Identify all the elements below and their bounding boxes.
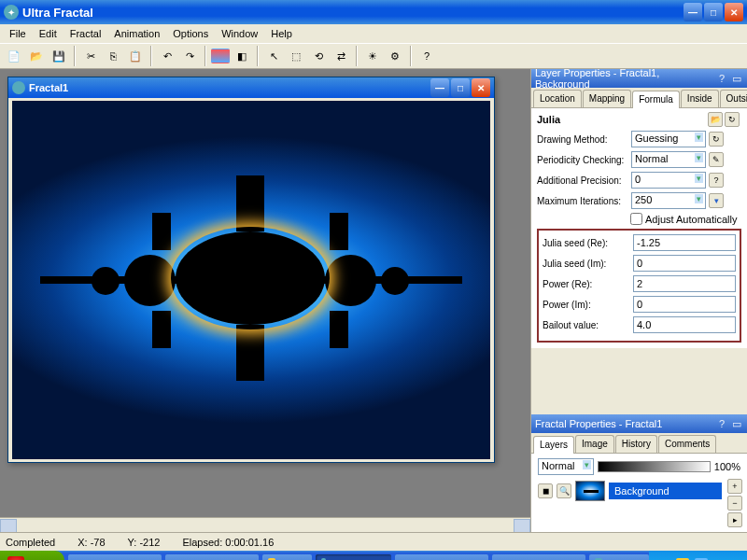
power-re-input[interactable] — [633, 275, 736, 292]
status-x: X: -78 — [78, 537, 105, 548]
cut-button[interactable]: ✂ — [80, 46, 101, 66]
new-button[interactable]: 📄 — [4, 46, 24, 66]
menu-help[interactable]: Help — [265, 26, 298, 41]
taskbar-item[interactable]: Визуальные за... — [68, 554, 162, 560]
menu-options[interactable]: Options — [167, 26, 214, 41]
formula-params-group: Julia seed (Re): Julia seed (Im): Power … — [537, 229, 741, 343]
taskbar-item[interactable]: Документ1 - Mi... — [492, 554, 585, 560]
precision-help-icon[interactable]: ? — [709, 173, 724, 188]
blend-mode-select[interactable]: Normal — [538, 458, 594, 475]
tab-location[interactable]: Location — [533, 90, 582, 107]
app-icon: ✦ — [4, 5, 19, 20]
maxiter-label: Maximum Iterations: — [537, 196, 628, 206]
start-button[interactable]: пуск — [0, 551, 64, 560]
mode-button[interactable]: ◧ — [232, 46, 252, 66]
taskbar-item[interactable]: Fractal1 — [589, 554, 648, 560]
formula-panel: Julia 📂 ↻ Drawing Method: Guessing ↻ Per… — [531, 108, 747, 348]
taskbar-item[interactable]: Adobe Photosh... — [165, 554, 259, 560]
power-im-input[interactable] — [633, 296, 736, 313]
menubar: File Edit Fractal Animation Options Wind… — [0, 24, 747, 43]
panel-pin-icon[interactable]: ▭ — [730, 72, 743, 85]
doc-close-button[interactable]: ✕ — [472, 78, 490, 97]
fractal-panel-pin-icon[interactable]: ▭ — [730, 417, 743, 430]
h-scrollbar[interactable] — [0, 517, 530, 532]
formula-reload-icon[interactable]: ↻ — [725, 112, 740, 127]
doc-maximize-button[interactable]: □ — [451, 78, 470, 97]
gradient-button[interactable] — [211, 49, 230, 63]
panel-help-icon[interactable]: ? — [715, 72, 728, 85]
switch-tool[interactable]: ⇄ — [331, 46, 351, 66]
rotate-tool[interactable]: ⟲ — [308, 46, 329, 66]
redo-button[interactable]: ↷ — [179, 46, 200, 66]
paste-button[interactable]: 📋 — [125, 46, 146, 66]
taskbar: пуск Визуальные за...Adobe Photosh...Cra… — [0, 551, 747, 560]
remove-layer-button[interactable]: − — [727, 496, 742, 511]
opacity-value: 100% — [714, 461, 740, 472]
tab-mapping[interactable]: Mapping — [583, 90, 631, 107]
drawing-method-reset-icon[interactable]: ↻ — [709, 132, 724, 147]
layer-visible-icon[interactable]: ◼ — [538, 483, 553, 498]
menu-animation[interactable]: Animation — [108, 26, 165, 41]
adjust-auto-label: Adjust Automatically — [645, 214, 737, 225]
julia-seed-re-input[interactable] — [633, 234, 736, 251]
menu-file[interactable]: File — [4, 26, 32, 41]
julia-seed-im-input[interactable] — [633, 255, 736, 272]
fractal-props-header: Fractal Properties - Fractal1 ? ▭ — [531, 414, 747, 433]
pointer-tool[interactable]: ↖ — [263, 46, 284, 66]
tab-comments[interactable]: Comments — [658, 435, 716, 453]
taskbar-item[interactable]: Ultra Fractal — [316, 554, 391, 560]
maxiter-select[interactable]: 250 — [631, 192, 706, 209]
menu-edit[interactable]: Edit — [34, 26, 63, 41]
minimize-button[interactable]: — — [684, 3, 702, 21]
help-button[interactable]: ? — [416, 46, 437, 66]
undo-button[interactable]: ↶ — [157, 46, 177, 66]
layer-zoom-icon[interactable]: 🔍 — [557, 483, 571, 498]
workspace: Fractal1 — □ ✕ — [0, 69, 530, 532]
layer-item[interactable]: Background — [609, 483, 722, 499]
bailout-input[interactable] — [633, 316, 736, 333]
maximize-button[interactable]: □ — [704, 3, 723, 21]
tab-formula[interactable]: Formula — [632, 91, 680, 108]
periodicity-edit-icon[interactable]: ✎ — [709, 152, 724, 167]
tab-inside[interactable]: Inside — [681, 90, 719, 107]
app-titlebar: ✦ Ultra Fractal — □ ✕ — [0, 0, 747, 24]
precision-select[interactable]: 0 — [631, 172, 706, 189]
select-tool[interactable]: ⬚ — [286, 46, 306, 66]
add-layer-button[interactable]: + — [727, 479, 742, 494]
periodicity-select[interactable]: Normal — [631, 151, 706, 168]
formula-browse-icon[interactable]: 📂 — [708, 112, 723, 127]
copy-button[interactable]: ⎘ — [103, 46, 123, 66]
fractal-canvas[interactable] — [12, 101, 490, 459]
document-window: Fractal1 — □ ✕ — [7, 77, 495, 463]
tab-image[interactable]: Image — [575, 435, 614, 453]
maxiter-expand-icon[interactable]: ▾ — [709, 193, 724, 208]
fractal-panel-help-icon[interactable]: ? — [715, 417, 728, 430]
doc-minimize-button[interactable]: — — [430, 78, 449, 97]
close-button[interactable]: ✕ — [725, 3, 743, 21]
toolbar: 📄 📂 💾 ✂ ⎘ 📋 ↶ ↷ ◧ ↖ ⬚ ⟲ ⇄ ☀ ⚙ ? — [0, 43, 747, 69]
adjust-auto-checkbox[interactable] — [630, 213, 642, 225]
menu-window[interactable]: Window — [216, 26, 263, 41]
open-button[interactable]: 📂 — [26, 46, 47, 66]
render-button[interactable]: ⚙ — [385, 46, 405, 66]
app-title: Ultra Fractal — [22, 6, 684, 20]
tab-history[interactable]: History — [615, 435, 657, 453]
system-tray: RU 11:13 — [649, 551, 747, 560]
doc-title: Fractal1 — [29, 82, 430, 93]
layer-menu-button[interactable]: ▸ — [727, 512, 742, 527]
precision-label: Additional Precision: — [537, 175, 628, 186]
tab-layers[interactable]: Layers — [533, 436, 574, 454]
taskbar-item[interactable]: Безымянный - ... — [395, 554, 488, 560]
explore-button[interactable]: ☀ — [362, 46, 383, 66]
menu-fractal[interactable]: Fractal — [64, 26, 107, 41]
opacity-slider[interactable] — [598, 461, 711, 472]
windows-logo-icon — [7, 556, 24, 560]
layer-tabs: Location Mapping Formula Inside Outside — [531, 88, 747, 108]
fractal-glow — [171, 227, 330, 329]
drawing-method-select[interactable]: Guessing — [631, 131, 706, 147]
save-button[interactable]: 💾 — [49, 46, 69, 66]
doc-icon — [12, 81, 25, 94]
layer-thumbnail[interactable] — [575, 481, 605, 501]
taskbar-item[interactable]: Crack — [262, 554, 313, 560]
tab-outside[interactable]: Outside — [720, 90, 747, 107]
